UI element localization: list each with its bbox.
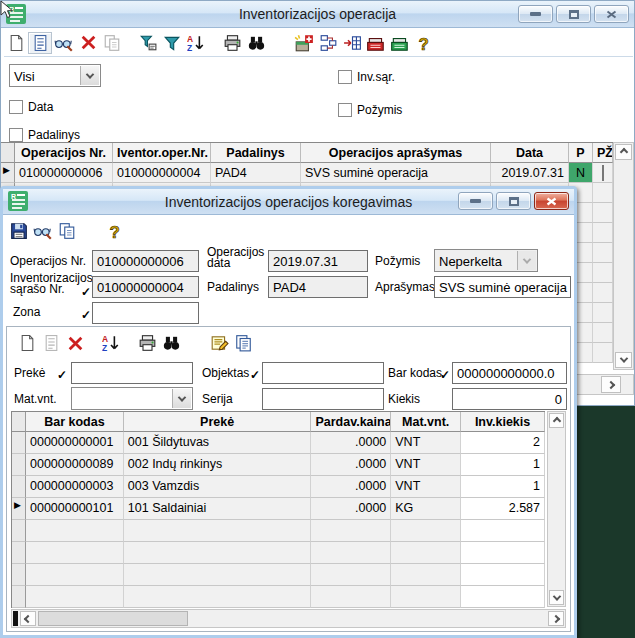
item-row[interactable]: 000000000001001 Šildytuvas.0000VNT2 <box>12 432 545 454</box>
empty-row <box>12 542 545 564</box>
row-marker <box>12 432 26 454</box>
objektas-lookup-check[interactable]: ✓ <box>250 368 260 382</box>
objektas-field[interactable] <box>262 362 384 384</box>
delete-icon[interactable] <box>76 32 100 54</box>
back-maximize-button[interactable] <box>556 5 591 23</box>
filter-add-icon[interactable] <box>136 32 160 54</box>
item-row[interactable]: 000000000003003 Vamzdis.0000VNT1 <box>12 476 545 498</box>
zona-field[interactable] <box>92 302 199 324</box>
distribute-icon[interactable] <box>316 32 340 54</box>
find-icon[interactable] <box>244 32 268 54</box>
import-goods-icon[interactable] <box>292 32 316 54</box>
app-icon: R <box>8 191 28 211</box>
column-header: P <box>569 143 593 163</box>
kiekis-field[interactable]: 0 <box>452 388 567 410</box>
preke-lookup-check[interactable]: ✓ <box>57 368 67 382</box>
zona-label: Zona <box>13 306 40 318</box>
inv-saraso-lookup-check[interactable]: ✓ <box>81 285 91 299</box>
items-table-vscrollbar[interactable] <box>547 411 566 607</box>
bar-kodas-lookup-check[interactable]: ✓ <box>440 368 450 382</box>
help-icon[interactable]: ? <box>103 220 127 242</box>
pozymis-select: Neperkelta <box>434 249 538 272</box>
chevron-down-icon <box>523 255 531 263</box>
grid-size-grip[interactable] <box>13 611 18 626</box>
sort-az-icon[interactable]: AZ <box>184 32 208 54</box>
save-icon[interactable] <box>7 220 31 242</box>
delete-icon[interactable] <box>63 332 87 354</box>
dropdown-button[interactable] <box>172 389 191 408</box>
back-table-vscrollbar[interactable] <box>613 142 634 370</box>
help-icon[interactable]: ? <box>412 32 436 54</box>
data-checkbox[interactable]: Data <box>9 100 53 114</box>
dropdown-button[interactable] <box>80 66 99 85</box>
zona-lookup-check[interactable]: ✓ <box>81 308 91 322</box>
scroll-right-button[interactable] <box>601 376 621 393</box>
back-close-button[interactable] <box>594 5 629 23</box>
chevron-down-icon <box>86 70 94 78</box>
insert-list-icon[interactable] <box>340 32 364 54</box>
aprasymas-field[interactable]: SVS suminė operacija <box>434 276 571 298</box>
serija-field[interactable] <box>262 388 384 410</box>
mat-vnt-select[interactable] <box>71 387 193 410</box>
table-header-row: Operacijos Nr.Iventor.oper.Nr.PadalinysO… <box>1 143 613 163</box>
register-red-icon[interactable] <box>364 32 388 54</box>
scroll-down-button[interactable] <box>549 590 564 605</box>
find-icon[interactable] <box>159 332 183 354</box>
chevron-right-icon <box>552 614 560 622</box>
padalinys-label: Padalinys <box>28 128 80 142</box>
new-document-icon[interactable] <box>4 32 28 54</box>
close-icon <box>546 197 557 206</box>
front-titlebar[interactable]: Inventorizacijos operacijos koregavimas … <box>3 189 574 215</box>
column-header: Operacijos Nr. <box>15 143 113 163</box>
copy-icon[interactable] <box>55 220 79 242</box>
scroll-down-button[interactable] <box>615 352 632 368</box>
item-row[interactable]: 000000000089002 Indų rinkinys.0000VNT1 <box>12 454 545 476</box>
inv-sar-label: Inv.sąr. <box>357 70 395 84</box>
front-minimize-button[interactable] <box>458 192 493 210</box>
maximize-icon <box>509 197 519 206</box>
pozymis-field-label: Požymis <box>375 255 420 267</box>
note-copy-icon[interactable] <box>231 332 255 354</box>
sort-az-icon[interactable]: AZ <box>99 332 123 354</box>
copy-icon <box>100 32 124 54</box>
item-row[interactable]: ▶000000000101101 Saldainiai.0000KG2.587 <box>12 498 545 520</box>
padalinys-checkbox[interactable]: Padalinys <box>9 128 80 142</box>
print-icon[interactable] <box>220 32 244 54</box>
back-minimize-button[interactable] <box>518 5 553 23</box>
scroll-right-button[interactable] <box>548 611 564 626</box>
view-edit-icon[interactable] <box>31 220 55 242</box>
print-icon[interactable] <box>135 332 159 354</box>
column-header: PŽ <box>593 143 613 163</box>
chevron-down-icon <box>178 393 186 401</box>
pozymis-checkbox[interactable]: Požymis <box>338 103 402 117</box>
desktop: { "glyphs": { "check": "✓", "help": "?" … <box>0 0 635 638</box>
new-document-icon[interactable] <box>15 332 39 354</box>
scroll-up-button[interactable] <box>549 413 564 428</box>
register-green-icon[interactable] <box>388 32 412 54</box>
show-filter-select[interactable]: Visi <box>9 64 101 87</box>
filter-icon[interactable] <box>160 32 184 54</box>
hscroll-thumb[interactable] <box>38 611 188 626</box>
checkbox-icon <box>338 103 352 117</box>
view-document-icon[interactable] <box>28 32 52 54</box>
chevron-left-icon <box>24 614 32 622</box>
front-maximize-button[interactable] <box>496 192 531 210</box>
scroll-left-button[interactable] <box>20 611 36 626</box>
scroll-up-button[interactable] <box>615 144 632 160</box>
view-edit-icon[interactable] <box>52 32 76 54</box>
pz-checkbox[interactable] <box>602 165 604 181</box>
back-titlebar[interactable]: Inventorizacijos operacija R <box>1 1 634 28</box>
note-edit-icon[interactable] <box>207 332 231 354</box>
maximize-icon <box>569 10 579 19</box>
preke-field[interactable] <box>71 362 193 384</box>
inv-saraso-nr-field: 010000000004 <box>92 276 199 298</box>
inv-sar-checkbox[interactable]: Inv.sąr. <box>338 70 395 84</box>
bar-kodas-field[interactable]: 000000000000.0 <box>452 362 567 384</box>
empty-row <box>12 586 545 608</box>
front-close-button[interactable] <box>534 192 569 210</box>
operation-row[interactable]: ▶010000000006010000000004PAD4SVS suminė … <box>1 163 613 183</box>
items-table-hscrollbar[interactable] <box>11 609 566 628</box>
column-header: Prekė <box>124 412 312 432</box>
preke-label: Prekė <box>14 367 45 379</box>
current-row-marker: ▶ <box>12 498 26 520</box>
